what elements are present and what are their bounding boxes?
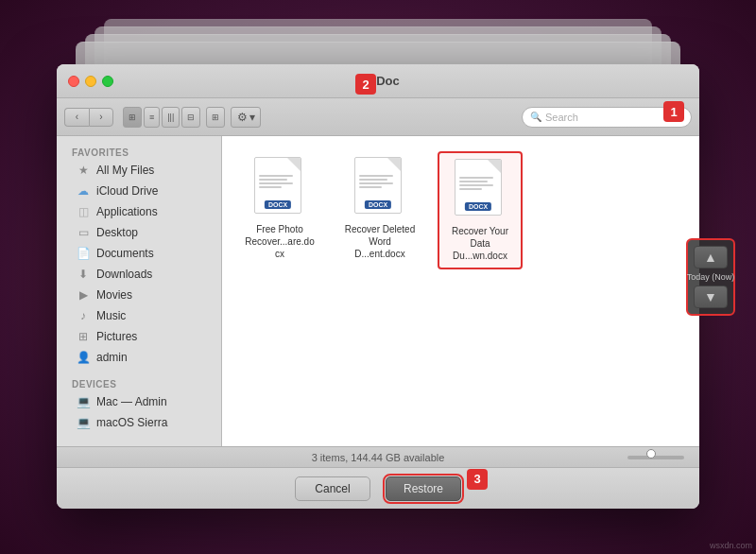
content-area: Favorites ★ All My Files ☁ iCloud Drive … [57, 136, 699, 446]
time-panel: ▲ Today (Now) ▼ [686, 238, 735, 316]
gear-icon: ⚙ [237, 111, 248, 124]
devices-header: Devices [57, 375, 221, 391]
sidebar: Favorites ★ All My Files ☁ iCloud Drive … [57, 136, 222, 446]
sidebar-item-label: iCloud Drive [96, 184, 158, 198]
title-text: Doc [376, 74, 400, 88]
bottom-bar: Cancel Restore 3 [57, 467, 699, 509]
sidebar-item-label: All My Files [96, 164, 154, 177]
docx-badge: DOCX [365, 200, 391, 209]
mac-icon: 💻 [76, 394, 91, 409]
sidebar-item-label: Pictures [96, 330, 137, 343]
sidebar-item-label: Music [96, 309, 126, 322]
sidebar-item-label: Downloads [96, 268, 152, 281]
sidebar-item-pictures[interactable]: ⊞ Pictures [60, 326, 217, 347]
sidebar-item-desktop[interactable]: ▭ Desktop [60, 222, 217, 243]
file-area: DOCX Free Photo Recover...are.docx [222, 136, 699, 446]
view-grid-button[interactable]: ⊞ [206, 107, 225, 128]
sidebar-item-label: macOS Sierra [96, 416, 167, 429]
time-label: Today (Now) [687, 272, 735, 282]
file-item[interactable]: DOCX Recover Deleted Word D...ent.docx [337, 151, 422, 266]
user-icon: 👤 [76, 350, 91, 365]
docx-icon: DOCX [354, 157, 405, 217]
docx-badge: DOCX [265, 200, 291, 209]
size-slider[interactable] [627, 456, 684, 459]
desktop-icon: ▭ [76, 225, 91, 240]
file-item[interactable]: DOCX Free Photo Recover...are.docx [237, 151, 322, 266]
search-icon: 🔍 [530, 112, 541, 122]
nav-buttons: ‹ › [64, 108, 113, 127]
sidebar-item-mac-admin[interactable]: 💻 Mac — Admin [60, 391, 217, 412]
music-icon: ♪ [76, 308, 91, 323]
sidebar-item-documents[interactable]: 📄 Documents [60, 243, 217, 264]
forward-button[interactable]: › [89, 108, 113, 127]
cloud-icon: ☁ [76, 183, 91, 199]
movies-icon: ▶ [76, 287, 91, 303]
file-name: Recover Deleted Word D...ent.docx [343, 223, 417, 260]
file-name: Recover Your Data Du...wn.docx [445, 225, 515, 262]
gear-arrow-icon: ▾ [249, 111, 255, 124]
sidebar-item-label: admin [96, 351, 128, 364]
toolbar: ‹ › ⊞ ≡ ||| ⊟ ⊞ ⚙ ▾ 🔍 Search [57, 98, 699, 136]
view-icon-button[interactable]: ⊞ [123, 107, 142, 128]
sidebar-item-label: Movies [96, 288, 132, 302]
sidebar-item-label: Mac — Admin [96, 395, 167, 408]
downloads-icon: ⬇ [76, 267, 91, 282]
view-columns-button[interactable]: ||| [162, 107, 180, 128]
sidebar-item-admin[interactable]: 👤 admin [60, 347, 217, 368]
view-coverflow-button[interactable]: ⊟ [181, 107, 200, 128]
sidebar-item-label: Desktop [96, 226, 138, 239]
back-button[interactable]: ‹ [64, 108, 89, 127]
status-bar: 3 items, 144.44 GB available [57, 446, 699, 467]
docx-icon: DOCX [455, 159, 506, 219]
sidebar-item-movies[interactable]: ▶ Movies [60, 285, 217, 305]
star-icon: ★ [76, 163, 91, 178]
favorites-header: Favorites [57, 144, 221, 160]
sidebar-item-music[interactable]: ♪ Music [60, 305, 217, 326]
sidebar-item-label: Applications [96, 205, 158, 218]
docx-badge: DOCX [465, 202, 491, 211]
file-item-selected[interactable]: DOCX Recover Your Data Du...wn.docx [438, 151, 523, 269]
minimize-button[interactable] [85, 76, 96, 87]
sidebar-item-icloud-drive[interactable]: ☁ iCloud Drive [60, 181, 217, 201]
sidebar-item-macos-sierra[interactable]: 💻 macOS Sierra [60, 412, 217, 433]
watermark: wsxdn.com [710, 541, 752, 550]
sidebar-item-label: Documents [96, 247, 154, 260]
file-name: Free Photo Recover...are.docx [243, 223, 317, 260]
docx-icon: DOCX [254, 157, 305, 217]
status-text: 3 items, 144.44 GB available [312, 452, 445, 463]
cancel-button[interactable]: Cancel [295, 476, 370, 501]
view-controls: ⊞ ≡ ||| ⊟ [123, 107, 200, 128]
traffic-lights [68, 76, 113, 87]
maximize-button[interactable] [102, 76, 113, 87]
view-list-button[interactable]: ≡ [144, 107, 160, 128]
restore-button[interactable]: Restore [386, 476, 461, 501]
search-placeholder: Search [545, 112, 578, 123]
pictures-icon: ⊞ [76, 329, 91, 344]
gear-button[interactable]: ⚙ ▾ [231, 107, 261, 128]
time-down-button[interactable]: ▼ [694, 286, 728, 308]
annotation-badge-1: 1 [663, 101, 684, 122]
annotation-badge-3: 3 [467, 469, 488, 490]
apps-icon: ◫ [76, 204, 91, 219]
sidebar-item-downloads[interactable]: ⬇ Downloads [60, 264, 217, 285]
sidebar-item-all-my-files[interactable]: ★ All My Files [60, 160, 217, 181]
close-button[interactable] [68, 76, 79, 87]
os-icon: 💻 [76, 415, 91, 430]
title-bar: 📁 Doc [57, 64, 699, 98]
documents-icon: 📄 [76, 246, 91, 261]
main-window: 📁 Doc ‹ › ⊞ ≡ ||| ⊟ ⊞ ⚙ ▾ 🔍 Search Favor… [57, 64, 699, 509]
sidebar-item-applications[interactable]: ◫ Applications [60, 201, 217, 222]
time-up-button[interactable]: ▲ [694, 246, 728, 268]
